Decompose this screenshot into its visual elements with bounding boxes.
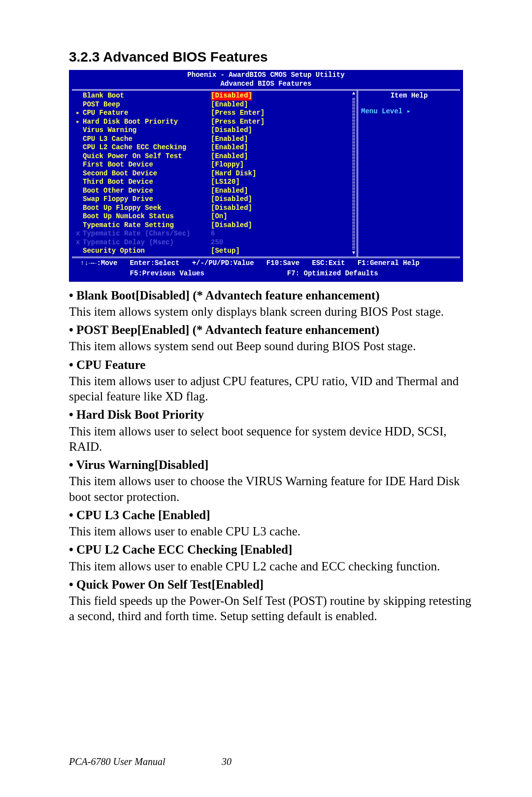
bios-option-value: [Disabled] <box>211 195 252 204</box>
bios-option-value: 250 <box>211 238 223 247</box>
feature-item: • CPU L2 Cache ECC Checking [Enabled]Thi… <box>69 542 473 574</box>
bios-help-panel: Item Help Menu Level ▸ <box>357 91 460 257</box>
bios-option-value: [Floppy] <box>211 161 244 169</box>
bios-option-value: [Setup] <box>211 247 240 256</box>
row-indent <box>76 247 83 256</box>
feature-item: • Hard Disk Boot PriorityThis item allow… <box>69 407 473 454</box>
bios-option-row: ▸CPU Feature [Press Enter] <box>76 109 355 118</box>
bios-option-row: Boot Up NumLock Status [On] <box>76 212 355 221</box>
feature-description: This item allows user to select boot seq… <box>69 424 473 455</box>
bios-option-value: [LS120] <box>211 178 240 187</box>
bios-option-name: Third Boot Device <box>83 178 211 187</box>
bios-option-row: CPU L2 Cache ECC Checking [Enabled] <box>76 143 355 152</box>
feature-description: This item allows system send out Beep so… <box>69 338 473 354</box>
bios-option-name: POST Beep <box>83 100 211 109</box>
feature-heading: • Quick Power On Self Test[Enabled] <box>69 577 473 592</box>
bios-option-row: Blank Boot [Disabled] <box>76 92 355 100</box>
document-body: • Blank Boot[Disabled] (* Advantech feat… <box>69 288 473 624</box>
bios-footer-2: F5:Previous Values F7: Optimized Default… <box>69 268 463 279</box>
bios-option-row: POST Beep [Enabled] <box>76 100 355 109</box>
bios-option-name: Virus Warning <box>83 126 211 135</box>
bios-screenshot: Phoenix - AwardBIOS CMOS Setup Utility A… <box>69 70 463 282</box>
bios-option-value: [Enabled] <box>211 152 248 161</box>
row-indent <box>76 152 83 161</box>
feature-description: This item allows user to enable CPU L2 c… <box>69 559 473 574</box>
scroll-up-icon: ▲ <box>352 91 355 97</box>
row-indent <box>76 221 83 230</box>
feature-description: This field speeds up the Power-On Self T… <box>69 593 473 624</box>
bios-option-name: Typematic Delay (Msec) <box>83 238 211 247</box>
feature-item: • CPU L3 Cache [Enabled]This item allows… <box>69 507 473 539</box>
bios-footer-1: ↑↓→←:Move Enter:Select +/-/PU/PD:Value F… <box>69 258 463 269</box>
feature-heading: • Blank Boot[Disabled] (* Advantech feat… <box>69 288 473 303</box>
bios-option-value: [Enabled] <box>211 100 248 109</box>
feature-description: This item allows user to choose the VIRU… <box>69 473 473 504</box>
feature-heading: • Hard Disk Boot Priority <box>69 407 473 422</box>
feature-item: • Quick Power On Self Test[Enabled]This … <box>69 577 473 624</box>
row-indent <box>76 169 83 178</box>
disabled-mark-icon: x <box>76 230 83 238</box>
bios-option-row: Quick Power On Self Test [Enabled] <box>76 152 355 161</box>
bios-option-name: Swap Floppy Drive <box>83 195 211 204</box>
row-indent <box>76 143 83 152</box>
bios-left-panel: ▲ ▼ Blank Boot [Disabled] POST Beep [Ena… <box>72 91 357 257</box>
bios-option-row: ▸Hard Disk Boot Priority [Press Enter] <box>76 118 355 127</box>
feature-heading: • CPU L3 Cache [Enabled] <box>69 507 473 523</box>
bios-option-value: [Disabled] <box>211 221 252 230</box>
row-indent <box>76 178 83 187</box>
section-heading: 3.2.3 Advanced BIOS Features <box>69 49 473 65</box>
bios-option-name: Hard Disk Boot Priority <box>83 118 211 127</box>
disabled-mark-icon: x <box>76 238 83 247</box>
bios-scrollbar: ▲ ▼ <box>351 91 357 257</box>
feature-item: • Blank Boot[Disabled] (* Advantech feat… <box>69 288 473 320</box>
bios-option-name: Typematic Rate Setting <box>83 221 211 230</box>
feature-heading: • CPU L2 Cache ECC Checking [Enabled] <box>69 542 473 557</box>
page-number: 30 <box>222 756 232 767</box>
bios-option-name: CPU L2 Cache ECC Checking <box>83 143 211 152</box>
bios-option-row: Boot Up Floppy Seek [Disabled] <box>76 204 355 213</box>
bios-option-value: [Disabled] <box>211 204 252 213</box>
bios-option-row: CPU L3 Cache [Enabled] <box>76 135 355 144</box>
bios-option-value: [Press Enter] <box>211 109 265 118</box>
submenu-arrow-icon: ▸ <box>76 109 83 118</box>
page-footer: PCA-6780 User Manual 30 <box>69 756 166 767</box>
feature-heading: • Virus Warning[Disabled] <box>69 457 473 472</box>
feature-description: This item allows user to adjust CPU feat… <box>69 373 473 404</box>
feature-heading: • CPU Feature <box>69 357 473 372</box>
bios-menu-level: Menu Level ▸ <box>361 107 457 116</box>
feature-description: This item allows system only displays bl… <box>69 304 473 319</box>
bios-option-row: First Boot Device [Floppy] <box>76 161 355 169</box>
bios-option-value: [On] <box>211 212 228 221</box>
bios-option-value: 6 <box>211 230 215 238</box>
feature-item: • CPU FeatureThis item allows user to ad… <box>69 357 473 404</box>
bios-option-row: Second Boot Device [Hard Disk] <box>76 169 355 178</box>
row-indent <box>76 126 83 135</box>
bios-option-value: [Disabled] <box>211 92 252 100</box>
bios-option-name: Typematic Rate (Chars/Sec) <box>83 230 211 238</box>
bios-option-row: Third Boot Device [LS120] <box>76 178 355 187</box>
bios-help-title: Item Help <box>361 92 457 100</box>
bios-option-row: Security Option [Setup] <box>76 247 355 256</box>
bios-option-name: Quick Power On Self Test <box>83 152 211 161</box>
bios-option-name: Security Option <box>83 247 211 256</box>
row-indent <box>76 100 83 109</box>
bios-subtitle: Advanced BIOS Features <box>69 80 463 89</box>
bios-option-row: Boot Other Device [Enabled] <box>76 187 355 196</box>
bios-option-value: [Disabled] <box>211 126 252 135</box>
bios-option-name: Boot Other Device <box>83 187 211 196</box>
bios-option-value: [Enabled] <box>211 143 248 152</box>
row-indent <box>76 187 83 196</box>
bios-option-name: CPU Feature <box>83 109 211 118</box>
submenu-arrow-icon: ▸ <box>76 118 83 127</box>
row-indent <box>76 161 83 169</box>
bios-option-value: [Enabled] <box>211 135 248 144</box>
bios-option-value: [Hard Disk] <box>211 169 256 178</box>
row-indent <box>76 204 83 213</box>
bios-option-name: CPU L3 Cache <box>83 135 211 144</box>
bios-option-value: [Enabled] <box>211 187 248 196</box>
row-indent <box>76 195 83 204</box>
bios-option-row: xTypematic Delay (Msec) 250 <box>76 238 355 247</box>
feature-heading: • POST Beep[Enabled] (* Advantech featur… <box>69 322 473 337</box>
feature-item: • Virus Warning[Disabled]This item allow… <box>69 457 473 504</box>
bios-option-name: First Boot Device <box>83 161 211 169</box>
